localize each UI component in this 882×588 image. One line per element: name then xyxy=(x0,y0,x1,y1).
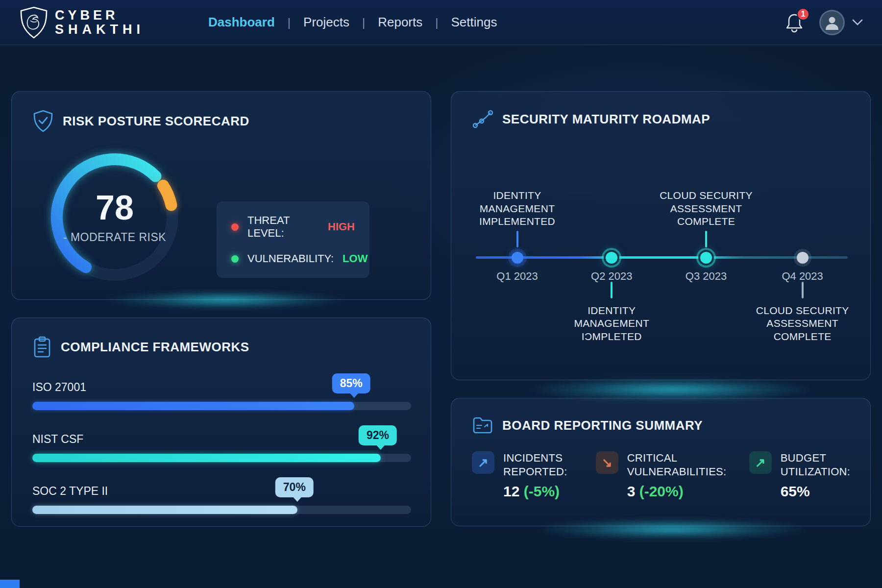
shield-arm-logo-icon xyxy=(19,6,49,39)
risk-gauge: 78 - MODERATE RISK xyxy=(41,144,188,291)
quarter-label: Q3 2023 xyxy=(667,270,745,283)
milestone-node-icon[interactable] xyxy=(700,252,712,264)
progress-track: 70% xyxy=(32,506,411,514)
stat-label: BUDGET UTILIZATION: xyxy=(781,451,851,478)
nav-separator: | xyxy=(288,16,291,29)
card-title: COMPLIANCE FRAMEWORKS xyxy=(61,340,249,355)
bottom-edge-accent xyxy=(0,580,20,588)
clipboard-icon xyxy=(32,336,52,358)
progress-badge: 70% xyxy=(275,477,314,497)
shield-check-icon xyxy=(32,109,54,133)
quarter-label: Q4 2023 xyxy=(763,270,842,283)
nav-item-dashboard[interactable]: Dashboard xyxy=(208,15,275,30)
stat-value: 12 xyxy=(503,483,519,499)
stat-incidents-reported: ↗ INCIDENTS REPORTED: 12 (-5%) xyxy=(472,451,567,500)
milestone-tick xyxy=(705,231,707,247)
milestone-node-icon[interactable] xyxy=(797,252,808,264)
top-navbar: CYBER SHAKTHI Dashboard | Projects | Rep… xyxy=(0,0,882,45)
nav-item-settings[interactable]: Settings xyxy=(451,15,497,30)
brand-logo[interactable]: CYBER SHAKTHI xyxy=(19,6,145,39)
brand-line2: SHAKTHI xyxy=(55,23,145,36)
vulnerability-row: VULNERABILITY: LOW xyxy=(231,252,355,265)
report-folder-icon xyxy=(472,416,493,435)
milestone-tick xyxy=(611,282,612,298)
risk-score-value: 78 xyxy=(96,191,134,225)
milestone-node-icon[interactable] xyxy=(606,252,617,264)
threat-level-label: THREAT LEVEL: xyxy=(247,214,319,240)
framework-name: SOC 2 TYPE II xyxy=(32,485,410,498)
avatar[interactable] xyxy=(819,10,845,35)
notification-bell-button[interactable]: 1 xyxy=(785,12,805,33)
framework-row-nist: NIST CSF 92% xyxy=(32,433,410,462)
framework-row-iso27001: ISO 27001 85% xyxy=(32,381,410,410)
card-title: RISK POSTURE SCORECARD xyxy=(63,114,249,129)
milestone-label: CLOUD SECURITY ASSESSMENT COMPLETE xyxy=(652,179,760,228)
nav-links: Dashboard | Projects | Reports | Setting… xyxy=(208,15,497,30)
board-reporting-summary-card: BOARD REPORTING SUMMARY ↗ INCIDENTS REPO… xyxy=(451,398,871,526)
stat-value: 3 xyxy=(627,483,636,499)
user-menu[interactable] xyxy=(819,10,863,35)
trend-down-icon: ↘ xyxy=(596,451,618,474)
threat-dot-icon xyxy=(231,223,239,231)
stat-label: CRITICAL VULNERABILITIES: xyxy=(627,451,727,478)
stat-value: 65% xyxy=(781,483,810,499)
stat-delta: (-20%) xyxy=(639,483,684,499)
stat-label: INCIDENTS REPORTED: xyxy=(503,451,567,478)
quarter-label: Q1 2023 xyxy=(478,270,557,283)
stat-critical-vulnerabilities: ↘ CRITICAL VULNERABILITIES: 3 (-20%) xyxy=(596,451,721,500)
progress-badge: 92% xyxy=(359,425,397,445)
milestone-node-icon[interactable] xyxy=(512,252,523,264)
progress-fill xyxy=(32,454,381,462)
progress-track: 85% xyxy=(32,402,411,410)
nav-separator: | xyxy=(435,16,438,29)
brand-line1: CYBER xyxy=(55,8,145,22)
milestone-label: IDENTITY MANAGEMENT IƆMPLETED xyxy=(558,304,665,343)
milestone-label: IDENTITY MANAGEMENT IMPLEMENTED xyxy=(464,179,571,228)
compliance-frameworks-card: COMPLIANCE FRAMEWORKS ISO 27001 85% NIST… xyxy=(11,318,431,527)
vulnerability-dot-icon xyxy=(231,255,239,263)
nav-item-projects[interactable]: Projects xyxy=(303,15,349,30)
trend-up-icon: ↗ xyxy=(472,451,494,474)
risk-posture-scorecard-card: RISK POSTURE SCORECARD 78 - MODERATE RIS… xyxy=(11,91,431,300)
milestone-tick xyxy=(516,231,518,247)
framework-name: NIST CSF xyxy=(32,433,410,446)
threat-legend-panel: THREAT LEVEL: HIGH VULNERABILITY: LOW xyxy=(217,201,369,278)
timeline-line xyxy=(476,256,848,259)
progress-fill xyxy=(32,506,297,514)
security-maturity-roadmap-card: SECURITY MATURITY ROADMAP IDENTITY MANAG… xyxy=(451,91,871,380)
route-milestones-icon xyxy=(472,109,493,129)
chevron-down-icon[interactable] xyxy=(852,19,863,26)
roadmap-timeline: IDENTITY MANAGEMENT IMPLEMENTED Q1 2023 … xyxy=(472,134,850,349)
milestone-label: CLOUD SECURITY ASSESSMENT COMPLETE xyxy=(749,304,857,343)
nav-item-reports[interactable]: Reports xyxy=(378,15,422,30)
vulnerability-label: VULNERABILITY: xyxy=(247,252,334,265)
nav-separator: | xyxy=(362,16,365,29)
notification-count-badge: 1 xyxy=(797,8,809,21)
milestone-tick xyxy=(802,282,804,298)
threat-level-row: THREAT LEVEL: HIGH xyxy=(231,214,355,240)
threat-level-value: HIGH xyxy=(328,220,355,233)
progress-fill xyxy=(32,402,354,410)
vulnerability-value: LOW xyxy=(343,252,368,265)
stat-budget-utilization: ↗ BUDGET UTILIZATION: 65% xyxy=(749,451,851,500)
trend-up-icon: ↗ xyxy=(749,451,772,474)
card-title: BOARD REPORTING SUMMARY xyxy=(502,418,703,433)
card-title: SECURITY MATURITY ROADMAP xyxy=(502,112,710,127)
framework-row-soc2: SOC 2 TYPE II 70% xyxy=(32,485,410,514)
risk-score-label: - MODERATE RISK xyxy=(63,231,166,244)
user-icon xyxy=(824,14,840,31)
quarter-label: Q2 2023 xyxy=(572,270,651,283)
stat-delta: (-5%) xyxy=(524,483,560,499)
progress-badge: 85% xyxy=(332,373,370,393)
progress-track: 92% xyxy=(32,454,411,462)
